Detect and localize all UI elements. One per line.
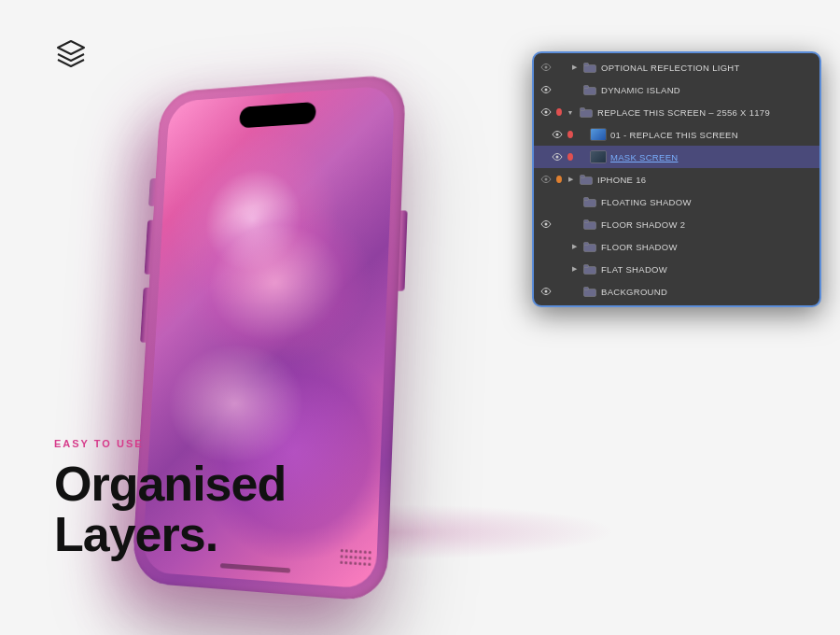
- headline-line2: Layers.: [54, 509, 286, 560]
- visibility-icon[interactable]: [539, 285, 553, 298]
- visibility-icon[interactable]: [551, 128, 564, 141]
- layers-list: ▶ OPTIONAL REFLECTION LIGHT DYNAMIC ISLA…: [534, 53, 819, 305]
- layer-name: FLAT SHADOW: [601, 264, 814, 275]
- collapse-icon[interactable]: ▶: [569, 264, 579, 274]
- svg-rect-16: [584, 197, 589, 200]
- folder-icon: [582, 62, 597, 73]
- svg-rect-14: [581, 175, 585, 177]
- layer-row-mask-screen[interactable]: MASK SCREEN: [534, 146, 819, 168]
- visibility-icon[interactable]: [551, 150, 564, 163]
- headline: Organised Layers.: [54, 459, 286, 560]
- folder-icon: [582, 84, 597, 95]
- layer-row-background[interactable]: BACKGROUND: [534, 280, 819, 303]
- layer-row-iphone16[interactable]: ▶ IPHONE 16: [534, 168, 819, 190]
- layer-thumbnail: [590, 128, 607, 141]
- layer-row-dynamic-island[interactable]: DYNAMIC ISLAND: [534, 78, 819, 101]
- bottom-text-block: EASY TO USE Organised Layers.: [54, 438, 286, 560]
- layer-name: 01 - REPLACE THIS SCREEN: [610, 130, 814, 140]
- svg-point-1: [545, 66, 548, 69]
- layer-row-floating-shadow[interactable]: FLOATING SHADOW: [534, 190, 819, 213]
- visibility-icon[interactable]: [539, 106, 553, 119]
- svg-rect-9: [581, 107, 585, 110]
- layer-name: BACKGROUND: [601, 287, 814, 297]
- svg-point-7: [545, 111, 548, 114]
- svg-rect-3: [584, 63, 589, 65]
- svg-point-17: [545, 223, 548, 226]
- folder-icon: [582, 241, 597, 252]
- layer-row-floor-shadow[interactable]: ▶ FLOOR SHADOW: [534, 235, 819, 258]
- layer-row-floor-shadow2[interactable]: FLOOR SHADOW 2: [534, 213, 819, 235]
- svg-point-12: [545, 178, 548, 181]
- layer-name: IPHONE 16: [597, 175, 814, 185]
- collapse-icon[interactable]: ▼: [566, 107, 575, 117]
- folder-icon: [579, 174, 594, 185]
- svg-point-11: [556, 156, 559, 159]
- svg-rect-26: [584, 287, 589, 289]
- visibility-icon[interactable]: [539, 173, 553, 186]
- layer-row-replace-screen-item[interactable]: 01 - REPLACE THIS SCREEN: [534, 123, 819, 146]
- folder-icon: [582, 286, 597, 297]
- svg-rect-23: [584, 264, 589, 267]
- collapse-icon[interactable]: ▶: [566, 175, 575, 184]
- layer-row-replace-screen-group[interactable]: ▼ REPLACE THIS SCREEN – 2556 X 1179: [534, 101, 819, 123]
- layer-name: FLOOR SHADOW 2: [601, 219, 814, 230]
- collapse-icon[interactable]: ▶: [569, 63, 579, 72]
- svg-rect-6: [584, 85, 589, 88]
- layer-name: FLOOR SHADOW: [601, 242, 814, 252]
- svg-point-24: [545, 290, 548, 293]
- svg-point-4: [545, 89, 548, 92]
- folder-icon: [582, 196, 597, 207]
- layers-panel: ▶ OPTIONAL REFLECTION LIGHT DYNAMIC ISLA…: [532, 51, 821, 307]
- easy-label: EASY TO USE: [54, 438, 286, 449]
- layer-row-optional-reflection[interactable]: ▶ OPTIONAL REFLECTION LIGHT: [534, 56, 819, 78]
- layer-name: REPLACE THIS SCREEN – 2556 X 1179: [597, 107, 814, 118]
- folder-icon: [582, 263, 597, 275]
- folder-icon: [579, 106, 594, 118]
- visibility-icon[interactable]: [539, 218, 553, 231]
- svg-point-10: [556, 134, 559, 136]
- layer-row-flat-shadow[interactable]: ▶ FLAT SHADOW: [534, 258, 819, 280]
- layer-name: OPTIONAL REFLECTION LIGHT: [601, 63, 814, 73]
- svg-rect-19: [584, 219, 589, 222]
- visibility-icon[interactable]: [539, 61, 553, 74]
- layer-name: MASK SCREEN: [610, 152, 814, 162]
- folder-icon: [582, 219, 597, 230]
- svg-rect-21: [584, 242, 589, 245]
- collapse-icon[interactable]: ▶: [569, 242, 579, 251]
- layer-name: FLOATING SHADOW: [601, 197, 814, 207]
- visibility-icon[interactable]: [539, 83, 553, 96]
- layer-name: DYNAMIC ISLAND: [601, 85, 814, 95]
- headline-line1: Organised: [54, 459, 286, 510]
- layer-thumbnail: [590, 150, 607, 163]
